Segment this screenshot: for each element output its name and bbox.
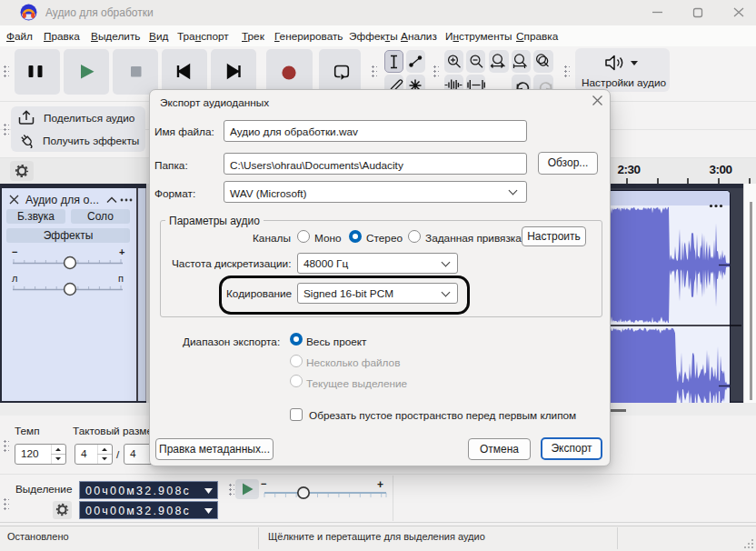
svg-text:п: п	[118, 273, 124, 284]
svg-text:+: +	[119, 246, 124, 257]
svg-text:−: −	[261, 479, 266, 489]
svg-text:−: −	[12, 246, 17, 257]
svg-text:л: л	[12, 273, 17, 284]
svg-text:+: +	[377, 479, 383, 491]
